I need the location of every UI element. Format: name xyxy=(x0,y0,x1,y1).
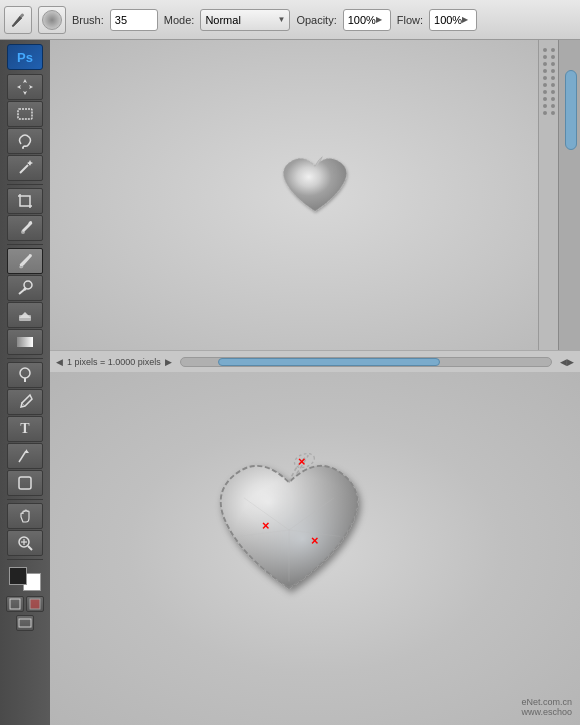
svg-point-10 xyxy=(20,368,30,378)
dots-grid xyxy=(539,40,558,123)
svg-rect-21 xyxy=(19,619,31,627)
lower-canvas: × × × eNet.com.cn www.eschoo xyxy=(50,372,580,725)
flow-field[interactable]: 100% ▶ xyxy=(429,9,477,31)
dodge-tool[interactable] xyxy=(7,362,43,388)
dot xyxy=(543,69,547,73)
dot xyxy=(551,62,555,66)
lasso-tool[interactable] xyxy=(7,128,43,154)
watermark-line2: www.eschoo xyxy=(521,707,572,717)
zoom-tool[interactable] xyxy=(7,530,43,556)
dot xyxy=(551,55,555,59)
eraser-tool[interactable] xyxy=(7,302,43,328)
brush-label: Brush: xyxy=(72,14,104,26)
watermark: eNet.com.cn www.eschoo xyxy=(521,697,572,717)
content-area: ◀ 1 pixels = 1.0000 pixels ▶ ◀▶ xyxy=(50,40,580,725)
brush-options-icon[interactable] xyxy=(38,6,66,34)
dot xyxy=(543,97,547,101)
mode-label: Mode: xyxy=(164,14,195,26)
heart-top xyxy=(278,146,353,228)
foreground-color[interactable] xyxy=(9,567,27,585)
svg-point-7 xyxy=(24,288,27,291)
opacity-field[interactable]: 100% ▶ xyxy=(343,9,391,31)
marquee-tool[interactable] xyxy=(7,101,43,127)
tool-sep-1 xyxy=(7,184,43,185)
opacity-label: Opacity: xyxy=(296,14,336,26)
heart-lower: × × × xyxy=(209,440,369,622)
shape-tool[interactable] xyxy=(7,470,43,496)
svg-rect-20 xyxy=(30,599,40,609)
tool-sep-2 xyxy=(7,244,43,245)
magic-wand-tool[interactable] xyxy=(7,155,43,181)
svg-marker-13 xyxy=(26,449,29,453)
brush-tool-icon[interactable] xyxy=(4,6,32,34)
dot xyxy=(551,111,555,115)
svg-rect-14 xyxy=(19,477,31,489)
svg-text:×: × xyxy=(298,454,306,469)
dot xyxy=(551,90,555,94)
hand-tool[interactable] xyxy=(7,503,43,529)
dot xyxy=(543,62,547,66)
dot xyxy=(543,111,547,115)
pen-tool[interactable] xyxy=(7,389,43,415)
text-tool[interactable]: T xyxy=(7,416,43,442)
ps-canvas-top xyxy=(50,40,580,350)
flow-label: Flow: xyxy=(397,14,423,26)
brush-preview xyxy=(42,10,62,30)
svg-point-5 xyxy=(21,230,25,234)
dot xyxy=(551,48,555,52)
ps-logo: Ps xyxy=(7,44,43,70)
status-text: 1 pixels = 1.0000 pixels xyxy=(67,357,161,367)
screen-mode-btn[interactable] xyxy=(16,615,34,631)
dot xyxy=(543,90,547,94)
clone-stamp-tool[interactable] xyxy=(7,275,43,301)
mode-indicators xyxy=(6,596,44,612)
tool-sep-4 xyxy=(7,499,43,500)
watermark-line1: eNet.com.cn xyxy=(521,697,572,707)
dot xyxy=(543,76,547,80)
vertical-scrollbar[interactable] xyxy=(565,70,577,150)
text-icon: T xyxy=(20,421,29,437)
mode-dropdown[interactable]: Normal ▼ xyxy=(200,9,290,31)
dots-panel xyxy=(538,40,558,350)
crop-tool[interactable] xyxy=(7,188,43,214)
dot xyxy=(551,104,555,108)
svg-text:×: × xyxy=(262,518,270,533)
eyedropper-tool[interactable] xyxy=(7,215,43,241)
svg-line-3 xyxy=(20,165,28,173)
normal-mode-btn[interactable] xyxy=(6,596,24,612)
dot xyxy=(551,69,555,73)
dot xyxy=(543,55,547,59)
svg-rect-9 xyxy=(17,337,33,347)
scrollbar-thumb xyxy=(218,358,440,366)
dot xyxy=(543,83,547,87)
color-picker[interactable] xyxy=(7,565,43,593)
left-toolbar: Ps xyxy=(0,40,50,725)
dot xyxy=(551,76,555,80)
top-toolbar: Brush: 35 Mode: Normal ▼ Opacity: 100% ▶… xyxy=(0,0,580,40)
main-layout: Ps xyxy=(0,40,580,725)
tool-sep-5 xyxy=(7,559,43,560)
svg-line-16 xyxy=(28,546,32,550)
tool-sep-3 xyxy=(7,358,43,359)
dot xyxy=(543,48,547,52)
svg-rect-19 xyxy=(10,599,20,609)
move-tool[interactable] xyxy=(7,74,43,100)
right-scroll-panel xyxy=(558,40,580,350)
svg-point-2 xyxy=(22,147,24,149)
gradient-tool[interactable] xyxy=(7,329,43,355)
dot xyxy=(543,104,547,108)
svg-rect-1 xyxy=(18,109,32,119)
quick-mask-btn[interactable] xyxy=(26,596,44,612)
ps-status-bar: ◀ 1 pixels = 1.0000 pixels ▶ ◀▶ xyxy=(50,350,580,372)
svg-text:×: × xyxy=(310,533,318,548)
path-selection-tool[interactable] xyxy=(7,443,43,469)
brush-tool[interactable] xyxy=(7,248,43,274)
dot xyxy=(551,97,555,101)
dot xyxy=(551,83,555,87)
brush-size-field[interactable]: 35 xyxy=(110,9,158,31)
dropdown-arrow: ▼ xyxy=(277,15,285,24)
horizontal-scrollbar[interactable] xyxy=(180,357,552,367)
